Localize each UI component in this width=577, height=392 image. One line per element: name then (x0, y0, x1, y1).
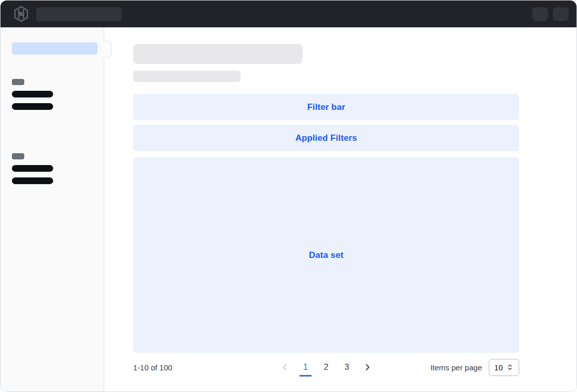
page-subtitle-placeholder (133, 71, 241, 82)
sidebar (1, 27, 104, 391)
top-navbar (1, 1, 576, 27)
items-per-page-value: 10 (494, 363, 503, 372)
sidebar-item-placeholder[interactable] (12, 103, 53, 110)
sidebar-item-placeholder[interactable] (12, 91, 53, 97)
page-button-3[interactable]: 3 (341, 358, 353, 377)
chevron-left-icon (281, 363, 289, 371)
filter-bar-section: Filter bar (133, 94, 519, 120)
navbar-actions (532, 7, 569, 21)
hashicorp-logo-icon (13, 6, 29, 22)
page-button-2[interactable]: 2 (320, 358, 332, 377)
sidebar-section-label-placeholder (12, 153, 24, 159)
pagination: 1-10 of 100 1 2 3 (133, 358, 519, 377)
data-set-section: Data set (133, 157, 519, 353)
items-per-page-label: Items per page (430, 363, 482, 372)
sidebar-item-selected[interactable] (12, 42, 98, 55)
items-per-page-select[interactable]: 10 (489, 359, 519, 376)
sidebar-collapse-toggle[interactable] (104, 41, 111, 58)
pagination-range: 1-10 of 100 (133, 363, 279, 372)
sidebar-item-placeholder[interactable] (12, 165, 53, 172)
navbar-action-button[interactable] (553, 7, 569, 21)
page-title-placeholder (133, 44, 302, 64)
page-content: Filter bar Applied Filters Data set 1-10… (133, 44, 519, 377)
next-page-button[interactable] (361, 358, 374, 377)
chevron-right-icon (363, 363, 372, 371)
applied-filters-section: Applied Filters (133, 125, 519, 151)
navbar-search-placeholder[interactable] (36, 7, 122, 21)
data-set-label: Data set (309, 250, 344, 260)
filter-bar-label: Filter bar (307, 102, 345, 112)
applied-filters-label: Applied Filters (295, 133, 357, 143)
caret-sort-icon (506, 364, 514, 371)
sidebar-section-label-placeholder (12, 79, 24, 85)
pager: 1 2 3 (279, 358, 374, 377)
previous-page-button[interactable] (279, 358, 291, 377)
items-per-page: Items per page 10 (430, 359, 519, 376)
page-button-1[interactable]: 1 (299, 358, 312, 377)
navbar-action-button[interactable] (532, 7, 548, 21)
sidebar-item-placeholder[interactable] (12, 177, 53, 184)
main-area: Filter bar Applied Filters Data set 1-10… (104, 27, 576, 391)
app-window: Filter bar Applied Filters Data set 1-10… (0, 0, 577, 392)
